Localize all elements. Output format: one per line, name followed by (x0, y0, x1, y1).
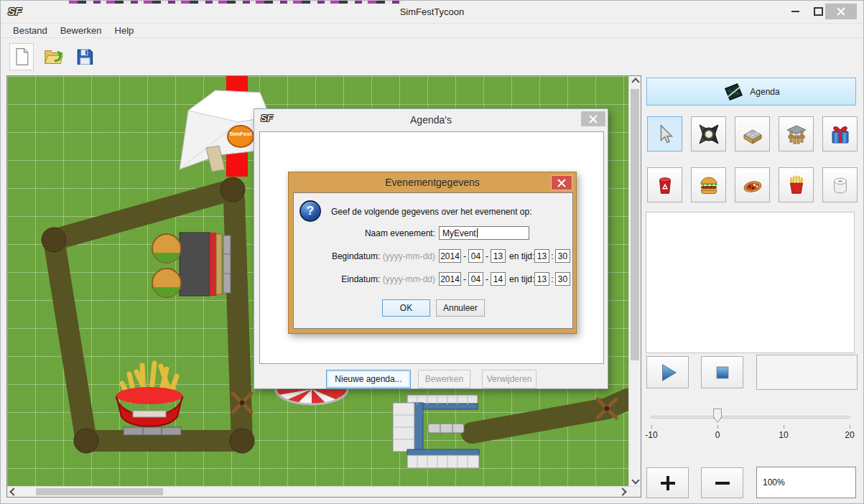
tool-button-stage[interactable] (779, 116, 814, 151)
cursor-icon (654, 123, 676, 145)
slider-label-ten: 10 (771, 430, 796, 440)
end-day-input[interactable]: 14 (491, 272, 506, 286)
menu-bewerken[interactable]: Bewerken (55, 24, 107, 37)
tool-button-toilet-paper[interactable] (822, 167, 858, 202)
agenda-button[interactable]: Agenda (646, 78, 856, 106)
scroll-right-arrow[interactable] (616, 486, 628, 498)
close-icon (837, 7, 845, 16)
plus-icon (661, 476, 675, 490)
event-dialog-close-button[interactable] (551, 175, 572, 190)
trash-can-icon (654, 174, 676, 196)
menu-bestand[interactable]: Bestand (8, 24, 52, 37)
time-separator: : (550, 274, 554, 284)
date-separator: - (485, 274, 489, 284)
start-month-input[interactable]: 04 (468, 249, 483, 263)
start-day-input[interactable]: 13 (491, 249, 506, 263)
save-button[interactable] (73, 43, 97, 70)
play-button[interactable] (646, 356, 689, 388)
map-vertical-scrollbar[interactable] (628, 76, 641, 486)
question-icon: ? (299, 200, 321, 222)
tool-button-trash-can[interactable] (647, 167, 682, 202)
zoom-out-button[interactable] (701, 467, 743, 498)
agendas-dialog-titlebar[interactable]: SF Agenda's (254, 109, 608, 131)
new-file-button[interactable] (9, 43, 34, 70)
agendas-dialog-close-button[interactable] (581, 111, 605, 126)
scroll-up-arrow[interactable] (629, 76, 641, 88)
agenda-button-label: Agenda (750, 87, 779, 97)
speed-slider-thumb[interactable] (713, 409, 722, 423)
striped-awning[interactable] (276, 389, 348, 404)
agendas-dialog-title: Agenda's (254, 114, 608, 126)
slider-label-zero: 0 (705, 430, 730, 440)
status-panel (756, 355, 858, 390)
zoom-level-value: 100% (763, 477, 785, 487)
minimize-icon (791, 11, 799, 12)
stop-icon (712, 363, 733, 383)
scroll-left-arrow[interactable] (7, 486, 19, 498)
sidebar: Agenda (645, 75, 858, 498)
zoom-in-button[interactable] (646, 467, 689, 498)
tool-button-path-tile[interactable] (735, 116, 770, 151)
new-document-icon (11, 46, 32, 67)
tool-button-gift[interactable] (822, 116, 858, 151)
menu-help[interactable]: Help (110, 24, 139, 37)
minimize-button[interactable] (785, 4, 805, 19)
close-button[interactable] (825, 4, 857, 19)
end-year-input[interactable]: 2014 (439, 272, 461, 286)
pizza-icon (741, 174, 764, 197)
toolbar (1, 39, 864, 75)
slider-label-min: -10 (639, 430, 664, 440)
end-hour-input[interactable]: 13 (534, 272, 549, 286)
event-dialog-content: ? Geef de volgende gegevens over het eve… (293, 192, 573, 329)
start-date-label: Begindatum: (yyyy-mm-dd) (294, 251, 435, 261)
event-name-input[interactable]: MyEvent (439, 226, 529, 240)
end-date-label: Eindatum: (yyyy-mm-dd) (294, 274, 435, 284)
bench[interactable] (428, 424, 464, 433)
date-separator: - (485, 251, 489, 261)
toilet-paper-icon (830, 174, 851, 196)
delete-agenda-button[interactable]: Verwijderen (482, 370, 536, 388)
date-separator: - (463, 251, 467, 261)
new-agenda-button[interactable]: Nieuwe agenda... (326, 370, 411, 388)
slider-label-twenty: 20 (837, 430, 862, 440)
path-tile-icon (741, 123, 764, 146)
agenda-listbox[interactable] (646, 212, 855, 353)
end-minute-input[interactable]: 30 (555, 272, 570, 286)
end-month-input[interactable]: 04 (468, 272, 483, 286)
menu-bar: Bestand Bewerken Help (1, 23, 863, 38)
fries-stand[interactable] (116, 363, 182, 426)
start-hour-input[interactable]: 13 (534, 249, 549, 263)
ok-button[interactable]: OK (382, 299, 430, 317)
vertical-scroll-thumb[interactable] (631, 89, 639, 360)
slider-tick (651, 425, 652, 429)
start-time-label: en tijd: (509, 251, 534, 261)
bench[interactable] (124, 427, 181, 435)
start-year-input[interactable]: 2014 (439, 249, 461, 263)
maximize-icon (814, 7, 823, 16)
tool-button-cursor[interactable] (647, 116, 682, 151)
date-format-hint: (yyyy-mm-dd) (383, 274, 435, 284)
gift-icon (829, 123, 852, 146)
date-format-hint: (yyyy-mm-dd) (383, 251, 435, 261)
zoom-level-field[interactable]: 100% (756, 467, 856, 498)
tool-button-spotlight[interactable] (691, 116, 726, 151)
event-prompt: Geef de volgende gegevens over het eveme… (331, 207, 532, 217)
edit-agenda-button[interactable]: Bewerken (418, 370, 470, 388)
scroll-down-arrow[interactable] (629, 475, 641, 486)
horizontal-scroll-thumb[interactable] (36, 488, 163, 495)
open-file-button[interactable] (41, 43, 65, 70)
burger-stand[interactable] (152, 233, 231, 297)
spotlight-icon (697, 123, 720, 146)
tool-button-pizza[interactable] (735, 167, 770, 202)
tool-button-fries[interactable] (779, 167, 814, 202)
stop-button[interactable] (701, 356, 743, 388)
speed-slider-track[interactable] (651, 416, 850, 419)
fries-icon (786, 174, 807, 196)
event-dialog: Evenementgegevens ? Geef de volgende geg… (288, 172, 577, 334)
map-horizontal-scrollbar[interactable] (7, 486, 641, 497)
start-minute-input[interactable]: 30 (555, 249, 570, 263)
slider-tick (717, 425, 718, 429)
stage-icon (785, 123, 808, 146)
tool-button-burger[interactable] (691, 167, 726, 202)
cancel-button[interactable]: Annuleer (436, 299, 485, 317)
